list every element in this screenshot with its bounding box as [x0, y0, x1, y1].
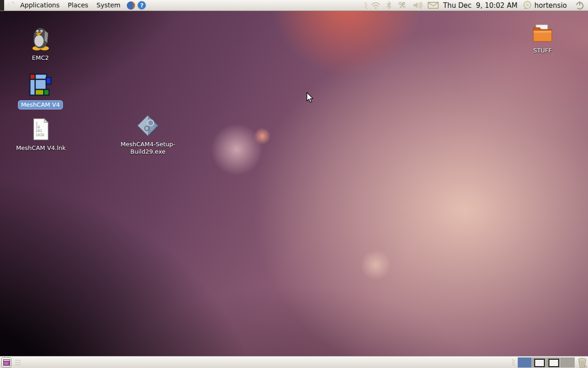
- desktop-icon-label: MeshCAM4-Setup-Build29.exe: [119, 141, 177, 156]
- workspace-4[interactable]: [560, 357, 575, 368]
- emc2-penguin-icon: [29, 27, 52, 52]
- tray-drag-handle[interactable]: [364, 1, 368, 10]
- help-launcher-icon[interactable]: ?: [137, 1, 146, 10]
- workspace-switcher: [518, 357, 575, 368]
- mail-notification-icon[interactable]: [428, 2, 439, 9]
- workspace-1[interactable]: [518, 357, 532, 368]
- volume-icon[interactable]: [413, 1, 423, 9]
- panel-left-cap: [0, 0, 4, 11]
- clock[interactable]: Thu Dec 9, 10:02 AM: [443, 1, 518, 10]
- show-desktop-button[interactable]: [1, 357, 11, 368]
- desktop-icon-stuff-folder[interactable]: STUFF: [521, 24, 564, 54]
- folder-icon: [532, 24, 553, 45]
- workspace-drag-handle[interactable]: [512, 358, 515, 367]
- firefox-launcher-icon[interactable]: [126, 1, 136, 10]
- menu-applications[interactable]: Applications: [16, 0, 64, 11]
- menu-system[interactable]: System: [92, 0, 124, 11]
- desktop-icon-label: MeshCAM V4.lnk: [16, 144, 66, 152]
- bottom-panel: [0, 356, 588, 368]
- user-presence-icon[interactable]: [523, 1, 532, 10]
- window-list-drag-handle[interactable]: [15, 358, 21, 367]
- user-menu[interactable]: hortensio: [534, 1, 567, 10]
- desktop-icon-meshcam-lnk[interactable]: 1 10 101 1010 MeshCAM V4.lnk: [13, 118, 69, 152]
- top-panel: Applications Places System ?: [0, 0, 588, 11]
- ubuntu-logo-icon[interactable]: [7, 1, 16, 10]
- desktop-background[interactable]: [0, 0, 588, 368]
- desktop-icon-label: MeshCAM V4: [18, 100, 63, 109]
- svg-text:1010: 1010: [36, 133, 45, 137]
- desktop-icon-label: STUFF: [533, 47, 552, 54]
- trash-applet-icon[interactable]: [577, 357, 587, 368]
- keyring-icon[interactable]: [398, 1, 406, 9]
- workspace-3[interactable]: [546, 357, 560, 368]
- power-button-icon[interactable]: [575, 1, 584, 10]
- desktop-icon-label: EMC2: [32, 54, 49, 62]
- window-icon: [3, 359, 10, 366]
- text-file-icon: 1 10 101 1010: [31, 118, 51, 143]
- menu-places[interactable]: Places: [64, 0, 93, 11]
- desktop-icon-meshcam-setup-exe[interactable]: MeshCAM4-Setup-Build29.exe: [119, 114, 177, 156]
- desktop-icon-meshcam-v4[interactable]: MeshCAM V4: [17, 73, 63, 109]
- bluetooth-icon[interactable]: [386, 1, 391, 9]
- desktop-icon-emc2[interactable]: EMC2: [18, 27, 62, 62]
- meshcam-app-icon: [28, 73, 52, 98]
- network-wireless-icon[interactable]: [371, 1, 381, 9]
- wine-exe-icon: [135, 114, 161, 139]
- workspace-2[interactable]: [532, 357, 546, 368]
